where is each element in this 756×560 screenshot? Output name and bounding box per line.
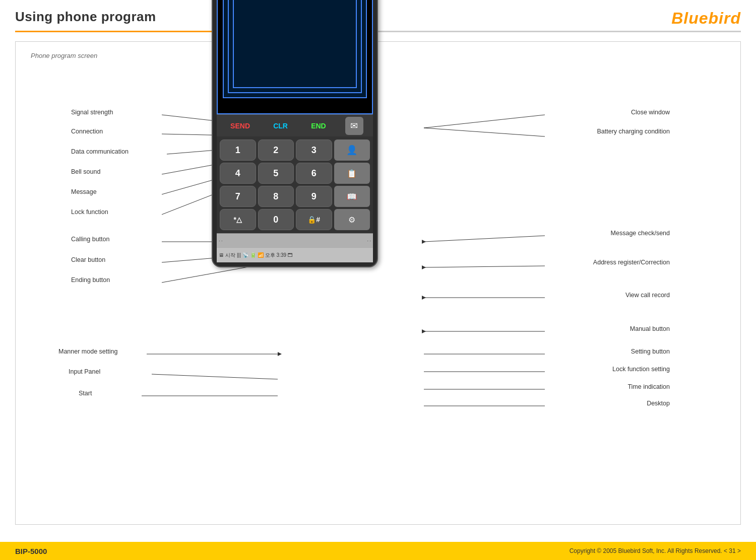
annotation-view-call-record: View call record <box>625 292 670 299</box>
annotation-signal-strength: Signal strength <box>71 109 113 116</box>
taskbar-battery2: 🔋 <box>250 252 256 258</box>
footer-copyright: Copyright © 2005 Bluebird Soft, Inc. All… <box>570 547 741 554</box>
setting-button[interactable]: ⚙ <box>334 209 370 230</box>
annotation-time-indication: Time indication <box>627 383 670 390</box>
svg-marker-23 <box>422 329 426 333</box>
key-0[interactable]: 0 <box>258 209 294 230</box>
key-5[interactable]: 5 <box>258 163 294 184</box>
page-footer: BIP-5000 Copyright © 2005 Bluebird Soft,… <box>0 542 756 560</box>
input-dots-right: · · <box>367 238 371 243</box>
svg-line-12 <box>152 374 278 379</box>
key-hash[interactable]: 🔒# <box>296 209 332 230</box>
header-divider <box>15 31 741 32</box>
annotation-manual-button: Manual button <box>630 325 670 332</box>
diagram-container: Signal strength Connection Data communic… <box>31 68 725 502</box>
annotation-bell-sound: Bell sound <box>71 168 100 175</box>
call-record-button[interactable]: 📋 <box>334 163 370 184</box>
page-header: Using phone program Bluebird <box>0 0 756 28</box>
key-7[interactable]: 7 <box>220 186 256 207</box>
annotation-input-panel: Input Panel <box>69 368 100 375</box>
taskbar-start-icon: 🖥 <box>219 252 224 258</box>
annotation-lock-function: Lock function <box>71 208 108 216</box>
key-2[interactable]: 2 <box>258 139 294 161</box>
svg-marker-11 <box>278 352 282 356</box>
key-9[interactable]: 9 <box>296 186 332 207</box>
annotation-close-window: Close window <box>631 109 670 116</box>
key-4[interactable]: 4 <box>220 163 256 184</box>
annotation-data-communication: Data communication <box>71 148 129 155</box>
key-3[interactable]: 3 <box>296 139 332 161</box>
annotation-calling-button: Calling button <box>71 236 109 243</box>
phone-device: 📞 PHONE 📶 ⚙ 🔔 ✉ 🔒 🔋 ✕ SEND <box>212 0 378 267</box>
address-button[interactable]: 👤 <box>334 139 370 161</box>
svg-marker-21 <box>422 296 426 300</box>
annotation-setting-button: Setting button <box>631 348 670 355</box>
annotation-message-check: Message check/send <box>611 230 670 237</box>
page-title: Using phone program <box>15 9 156 25</box>
taskbar-signal2: 📶 <box>258 252 264 258</box>
key-star[interactable]: *△ <box>220 209 256 230</box>
annotation-connection: Connection <box>71 128 103 135</box>
svg-marker-17 <box>422 240 426 244</box>
annotation-address-register: Address register/Correction <box>593 259 670 266</box>
annotation-manner-mode: Manner mode setting <box>58 348 117 355</box>
taskbar-label: 시작 <box>225 252 235 259</box>
taskbar-network: 📡 <box>242 252 248 258</box>
svg-line-14 <box>424 115 545 128</box>
key-8[interactable]: 8 <box>258 186 294 207</box>
key-6[interactable]: 6 <box>296 163 332 184</box>
svg-marker-19 <box>422 265 426 269</box>
input-dots-left: · · <box>219 238 223 243</box>
taskbar-desktop-icon[interactable]: 🗔 <box>288 252 293 258</box>
phone-numpad: 1 2 3 👤 4 5 6 📋 7 8 9 📖 *△ 0 🔒# ⚙ <box>217 136 373 233</box>
annotation-start: Start <box>79 390 92 397</box>
annotation-battery-charging: Battery charging condition <box>597 128 670 135</box>
annotation-ending-button: Ending button <box>71 276 110 284</box>
taskbar-time: 오후 3:39 <box>265 252 286 259</box>
taskbar-separator: ||| <box>237 252 241 258</box>
section-label: Phone program screen <box>31 52 725 59</box>
main-content: Phone program screen <box>15 41 741 525</box>
footer-model: BIP-5000 <box>15 547 47 555</box>
svg-line-16 <box>424 236 545 242</box>
svg-line-18 <box>424 266 545 267</box>
annotation-clear-button: Clear button <box>71 256 105 263</box>
send-button[interactable]: SEND <box>226 120 254 132</box>
phone-action-row: SEND CLR END ✉ <box>217 114 373 136</box>
company-logo: Bluebird <box>671 9 741 28</box>
key-1[interactable]: 1 <box>220 139 256 161</box>
phone-taskbar: 🖥 시작 ||| 📡 🔋 📶 오후 3:39 🗔 <box>217 247 373 262</box>
svg-line-15 <box>424 128 545 136</box>
screen-layers <box>218 0 372 113</box>
annotation-desktop: Desktop <box>647 400 670 407</box>
annotation-lock-function-setting: Lock function setting <box>612 366 670 373</box>
clr-button[interactable]: CLR <box>269 120 292 132</box>
end-button[interactable]: END <box>307 120 330 132</box>
phone-input-panel: · · · · <box>217 233 373 247</box>
annotation-message: Message <box>71 188 97 195</box>
message-button[interactable]: ✉ <box>345 117 363 135</box>
manual-button[interactable]: 📖 <box>334 186 370 207</box>
phone-screen <box>217 0 373 114</box>
screen-layer-3 <box>233 0 357 88</box>
